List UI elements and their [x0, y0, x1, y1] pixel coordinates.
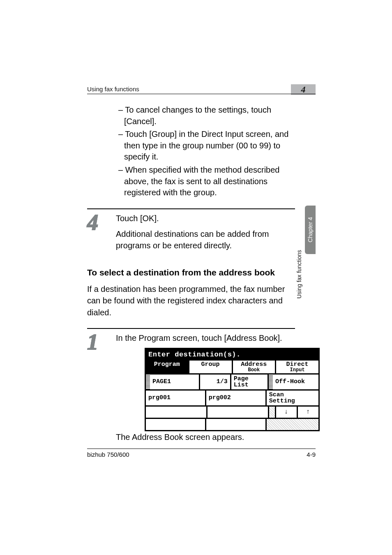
- bullet-list: – To cancel changes to the settings, tou…: [118, 104, 295, 199]
- tab-label-line2: Input: [277, 368, 318, 372]
- step-result: The Address Book screen appears.: [116, 431, 320, 443]
- program-entry-empty[interactable]: [146, 407, 208, 418]
- footer-left: bizhub 750/600: [87, 451, 129, 458]
- dim-cell: [269, 407, 276, 418]
- tab-direct-input[interactable]: Direct Input: [276, 361, 318, 373]
- section-intro: If a destination has been programmed, th…: [87, 283, 295, 318]
- step-instruction: In the Program screen, touch [Address Bo…: [116, 332, 320, 344]
- program-entry-empty[interactable]: [208, 407, 269, 418]
- program-entry[interactable]: prg002: [206, 391, 267, 405]
- off-hook-button[interactable]: Off-Hook: [273, 375, 318, 389]
- grip-icon: [146, 375, 150, 389]
- scroll-down-button[interactable]: ↓: [276, 407, 298, 418]
- fax-row: ↓ ↑: [146, 407, 318, 419]
- label-line2: Setting: [269, 398, 295, 405]
- grip-icon: [269, 375, 273, 389]
- fax-row: PAGE1 1/3 Page List Off-Hook: [146, 375, 318, 391]
- side-tab: Chapter 4: [305, 206, 316, 254]
- step-divider: [87, 328, 295, 329]
- arrow-up-icon: ↑: [306, 407, 310, 416]
- fax-row: prg001 prg002 Scan Setting: [146, 391, 318, 407]
- step-number: 4: [87, 213, 106, 233]
- bullet-item: – To cancel changes to the settings, tou…: [118, 104, 295, 127]
- step-note: Additional destinations can be added fro…: [116, 228, 295, 251]
- step-4: 4 Touch [OK]. Additional destinations ca…: [87, 213, 295, 255]
- footer-rule: [87, 449, 316, 449]
- footer-right: 4-9: [307, 451, 316, 458]
- program-entry-empty[interactable]: [206, 419, 267, 430]
- program-entry[interactable]: prg001: [146, 391, 206, 405]
- dim-cell: [267, 419, 318, 430]
- step-1: 1 In the Program screen, touch [Address …: [87, 332, 295, 447]
- label-line2: List: [234, 382, 249, 388]
- fax-title: Enter destination(s).: [146, 349, 318, 361]
- step-number: 1: [87, 332, 106, 352]
- page-label: PAGE1: [150, 375, 200, 389]
- tab-group[interactable]: Group: [189, 361, 233, 373]
- arrow-down-icon: ↓: [284, 407, 288, 416]
- fax-panel: Enter destination(s). Program Group Addr…: [145, 348, 320, 431]
- tab-address-book[interactable]: Address Book: [233, 361, 277, 373]
- scroll-up-button[interactable]: ↑: [298, 407, 318, 418]
- fax-row: [146, 419, 318, 430]
- page-list-button[interactable]: Page List: [231, 375, 269, 389]
- bullet-item: – When specified with the method describ…: [118, 164, 295, 199]
- header-rule: [87, 94, 316, 94]
- step-instruction: Touch [OK].: [116, 213, 295, 224]
- tab-program[interactable]: Program: [146, 361, 189, 373]
- running-head-title: Using fax functions: [87, 86, 139, 92]
- scan-setting-button[interactable]: Scan Setting: [267, 391, 318, 405]
- page-counter: 1/3: [200, 375, 231, 389]
- program-entry-empty[interactable]: [146, 419, 206, 430]
- side-tab-label: Chapter 4: [307, 217, 314, 242]
- section-heading: To select a destination from the address…: [87, 268, 295, 278]
- side-text: Using fax functions: [296, 250, 302, 298]
- tab-label-line2: Book: [234, 368, 274, 372]
- step-divider: [87, 208, 295, 209]
- fax-tabs: Program Group Address Book Direct Input: [146, 361, 318, 375]
- bullet-item: – Touch [Group] in the Direct Input scre…: [118, 129, 295, 163]
